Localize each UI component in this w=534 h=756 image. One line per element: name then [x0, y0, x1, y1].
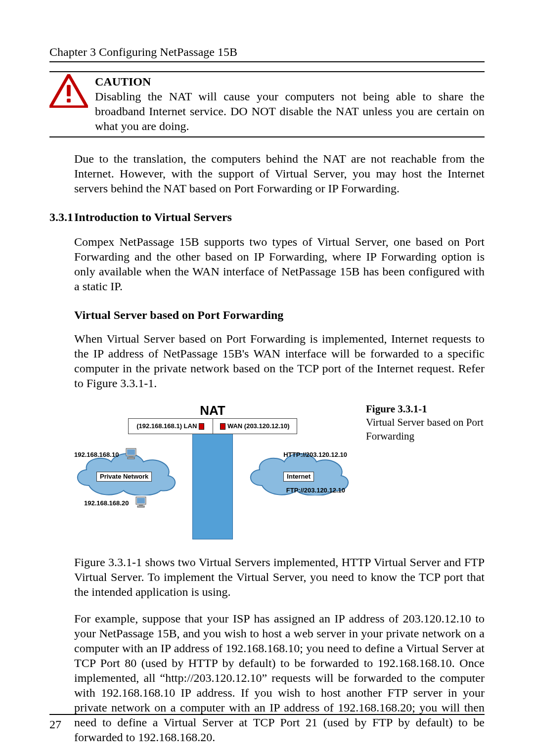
caution-title: CAUTION	[95, 75, 151, 88]
svg-rect-4	[127, 449, 135, 455]
nat-lan-half: (192.168.168.1) LAN	[129, 419, 213, 434]
http-url-label: HTTP://203.120.12.10	[283, 451, 347, 459]
nat-wan-label: WAN (203.120.12.10)	[227, 422, 290, 430]
chapter-header: Chapter 3 Configuring NetPassage 15B	[49, 44, 485, 62]
ip-label-1: 192.168.168.10	[74, 451, 119, 459]
pc-icon-1	[126, 448, 140, 460]
nat-lan-label: (192.168.168.1) LAN	[136, 422, 197, 430]
paragraph-331-a: Compex NetPassage 15B supports two types…	[74, 234, 485, 294]
caution-text: CAUTION Disabling the NAT will cause you…	[95, 74, 485, 133]
nat-pillar	[192, 433, 233, 539]
sub-heading-port-forwarding: Virtual Server based on Port Forwarding	[74, 308, 485, 322]
page-number: 27	[49, 718, 61, 731]
section-title: Introduction to Virtual Servers	[74, 210, 232, 224]
nat-box: (192.168.168.1) LAN WAN (203.120.12.10)	[128, 418, 297, 434]
svg-rect-2	[67, 98, 71, 102]
section-heading-3-3-1: 3.3.1 Introduction to Virtual Servers	[49, 210, 485, 224]
figure-caption: Figure 3.3.1-1 Virtual Server based on P…	[366, 402, 485, 443]
section-number: 3.3.1	[49, 210, 74, 224]
private-network-label: Private Network	[96, 472, 152, 482]
paragraph-port-forwarding: When Virtual Server based on Port Forwar…	[74, 331, 485, 391]
diagram-row: NAT (192.168.168.1) LAN WAN (203.120.12.…	[74, 402, 485, 541]
caution-icon	[49, 74, 88, 108]
svg-rect-8	[137, 498, 145, 503]
page: Chapter 3 Configuring NetPassage 15B CAU…	[0, 0, 534, 756]
svg-rect-10	[137, 506, 144, 507]
ftp-url-label: FTP://203.120.12.10	[286, 487, 345, 494]
nat-diagram-title: NAT	[74, 402, 351, 419]
page-footer: 27	[49, 714, 485, 732]
caution-body: Disabling the NAT will cause your comput…	[95, 90, 485, 133]
lan-port-icon	[199, 423, 204, 430]
svg-rect-1	[67, 85, 71, 96]
ip-label-2: 192.168.168.20	[84, 499, 129, 507]
pc-icon-2	[135, 496, 150, 508]
svg-rect-6	[128, 457, 134, 459]
paragraph-after-figure: Figure 3.3.1-1 shows two Virtual Servers…	[74, 555, 485, 599]
figure-number: Figure 3.3.1-1	[366, 402, 485, 416]
caution-box: CAUTION Disabling the NAT will cause you…	[49, 71, 485, 137]
intro-paragraph: Due to the translation, the computers be…	[74, 151, 485, 196]
figure-caption-text: Virtual Server based on Port Forwarding	[366, 416, 484, 442]
wan-port-icon	[220, 423, 225, 430]
nat-diagram: NAT (192.168.168.1) LAN WAN (203.120.12.…	[74, 402, 351, 541]
nat-wan-half: WAN (203.120.12.10)	[213, 419, 297, 434]
internet-label: Internet	[283, 472, 314, 482]
